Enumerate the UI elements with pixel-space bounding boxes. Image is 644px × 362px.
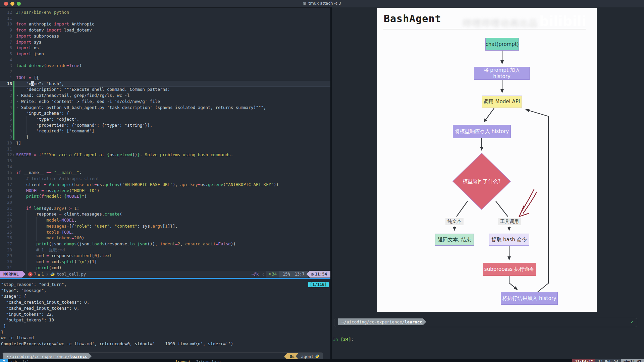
line-number: 31 xyxy=(0,265,12,271)
code-line[interactable]: 29 cmd = response.content[0].text xyxy=(0,253,330,259)
code-line[interactable]: 28 # 1. 提取cmd xyxy=(0,247,330,253)
code-text xyxy=(16,164,330,170)
code-line[interactable]: 24 messages=[{"role": "user", "content":… xyxy=(0,223,330,229)
code-line[interactable]: 17 client = Anthropic(base_url=os.getenv… xyxy=(0,182,330,188)
python-icon xyxy=(50,272,55,277)
code-line[interactable]: 23 model=MODEL, xyxy=(0,217,330,223)
sign-column xyxy=(12,241,16,247)
code-text: if len(sys.argv) > 1: xyxy=(16,205,330,212)
node-chat: chat(prompt) xyxy=(485,38,519,51)
code-line[interactable]: 2- Read: cat/head/tail, grep/find/rg/ls,… xyxy=(0,93,330,99)
line-number: 14 xyxy=(0,164,12,170)
code-line[interactable]: 14 xyxy=(0,164,330,170)
tmux-shell: zsh xyxy=(8,359,20,362)
code-line[interactable]: 10}] xyxy=(0,140,330,146)
line-number: 7 xyxy=(0,39,12,45)
code-line[interactable]: 27 print(json.dumps(json.loads(response.… xyxy=(0,241,330,247)
code-line[interactable]: 1TOOL = [{ xyxy=(0,75,330,81)
terminal-window: ▣tmux attach -t 3 12#!/usr/bin/env pytho… xyxy=(0,0,644,362)
sign-column xyxy=(12,158,16,164)
line-number: 29 xyxy=(0,253,12,259)
sign-column xyxy=(12,39,16,45)
code-line[interactable]: 1 "description": """Execute shell comman… xyxy=(0,86,330,93)
code-line[interactable]: 22 response = client.messages.create( xyxy=(0,211,330,217)
code-line[interactable]: 5 "input_schema": { xyxy=(0,110,330,116)
repl-shell-prompt[interactable]: ~/aicoding/cc-experience/learncc ✓ xyxy=(338,318,637,325)
window-title: ▣tmux attach -t 3 xyxy=(0,1,644,6)
code-line[interactable]: 11 xyxy=(0,15,330,21)
code-line[interactable]: 12#!/usr/bin/env python xyxy=(0,9,330,15)
code-line[interactable]: 8import subprocess xyxy=(0,33,330,39)
code-line[interactable]: 15if __name__ == "__main__": xyxy=(0,170,330,176)
code-line[interactable]: 25 tools=TOOL, xyxy=(0,229,330,235)
code-line[interactable]: 3- Write: echo 'content' > file, sed -i … xyxy=(0,99,330,105)
line-number: 8 xyxy=(0,33,12,39)
output-line: "stop_reason": "end_turn", xyxy=(1,282,330,288)
code-line[interactable]: 21 if len(sys.argv) > 1: xyxy=(0,205,330,212)
code-text: print(cmd) xyxy=(16,265,330,271)
code-text: max_tokens=200) xyxy=(16,235,330,241)
tmux-status-bar[interactable]: 7 zsh 1:1 1:agent 2:translate 11:54:47 1… xyxy=(0,359,644,362)
code-line[interactable]: 13 "name": "bash", xyxy=(0,81,330,87)
indent-guide xyxy=(36,217,37,223)
output-line: "type": "message", xyxy=(1,288,330,294)
git-change-sign xyxy=(12,110,16,116)
code-line[interactable]: 4 xyxy=(0,57,330,63)
git-change-sign xyxy=(12,105,16,111)
line-number: 13 xyxy=(0,81,12,87)
code-line[interactable]: 7import sys xyxy=(0,39,330,45)
code-line[interactable]: 16 # Initialize Anthropic client xyxy=(0,176,330,182)
indent-guide xyxy=(36,235,37,241)
code-line[interactable]: 2 xyxy=(0,69,330,75)
code-line[interactable]: 20 xyxy=(0,199,330,205)
sign-column xyxy=(12,57,16,63)
tmux-window-2[interactable]: 2:translate xyxy=(194,359,223,362)
sign-column xyxy=(12,27,16,33)
code-line[interactable]: 7 "properties": {"command": {"type": "st… xyxy=(0,122,330,128)
editor-lines[interactable]: 12#!/usr/bin/env python1110from anthropi… xyxy=(0,7,330,273)
sign-column xyxy=(12,223,16,229)
code-text xyxy=(16,158,330,164)
code-line[interactable]: 9from dotenv import load_dotenv xyxy=(0,27,330,33)
code-text: print(f"Model: {MODEL}") xyxy=(16,193,330,199)
ipython-prompt[interactable]: In [24]: xyxy=(333,337,354,342)
code-line[interactable]: 13 xyxy=(0,158,330,164)
git-change-sign xyxy=(12,81,16,87)
code-line[interactable]: 9 } xyxy=(0,134,330,140)
code-line[interactable]: 12❯SYSTEM = f"""You are a CLI agent at {… xyxy=(0,152,330,158)
sign-column xyxy=(12,164,16,170)
git-change-sign xyxy=(12,116,16,122)
code-line[interactable]: 6import os xyxy=(0,45,330,51)
sign-column xyxy=(12,205,16,212)
line-number: 8 xyxy=(0,128,12,134)
code-line[interactable]: 11 xyxy=(0,146,330,152)
cwd-path: ~/aicoding/cc-experience/learncc xyxy=(338,318,423,325)
branch-label-tool: 工具调用 xyxy=(498,218,521,225)
indent-guide xyxy=(26,211,26,217)
sign-column xyxy=(12,69,16,75)
code-line[interactable]: 4- Subagent: python v0_bash_agent.py 'ta… xyxy=(0,105,330,111)
code-line[interactable]: 31 print(cmd) xyxy=(0,265,330,271)
tmux-window-1[interactable]: 1:agent xyxy=(172,359,193,362)
code-line[interactable]: 18 MODEL = os.getenv("MODEL_ID") xyxy=(0,188,330,194)
line-number: 22 xyxy=(0,211,12,217)
powerline-separator xyxy=(423,318,426,325)
line-number: 5 xyxy=(0,51,12,57)
code-text: "name": "bash", xyxy=(16,81,330,87)
code-line[interactable]: 3load_dotenv(override=True) xyxy=(0,63,330,69)
line-number: 4 xyxy=(0,105,12,111)
shell-output: "stop_reason": "end_turn","type": "messa… xyxy=(1,279,330,355)
code-line[interactable]: 19 print(f"Model: {MODEL}") xyxy=(0,193,330,199)
code-line[interactable]: 8 "required": ["command"] xyxy=(0,128,330,134)
code-line[interactable]: 26 max_tokens=200) xyxy=(0,235,330,241)
code-line[interactable]: 6 "type": "object", xyxy=(0,116,330,122)
code-line[interactable]: 5import json xyxy=(0,51,330,57)
code-line[interactable]: 30 cmd = cmd.split('\n')[1] xyxy=(0,259,330,265)
powerline-separator xyxy=(22,271,25,278)
line-number: 10 xyxy=(0,21,12,27)
code-text: #!/usr/bin/env python xyxy=(16,9,330,15)
shell-prompt[interactable]: ~/aicoding/cc-experience/learncc ✓ 8s ag… xyxy=(3,353,323,360)
filename: tool_call.py xyxy=(57,272,86,277)
code-line[interactable]: 10from anthropic import Anthropic xyxy=(0,21,330,27)
line-number: 1 xyxy=(0,86,12,93)
